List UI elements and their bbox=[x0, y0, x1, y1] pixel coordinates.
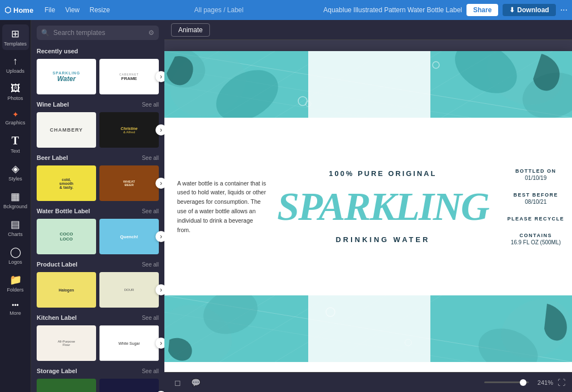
notes-icon[interactable]: 💬 bbox=[189, 376, 202, 389]
graphics-icon: ✦ bbox=[12, 110, 19, 119]
storage-label-see-all[interactable]: See all bbox=[142, 368, 159, 374]
sidebar-item-folders[interactable]: 📁 Folders bbox=[2, 270, 29, 296]
uploads-label: Uploads bbox=[6, 68, 24, 74]
drinking-water-text: DRINKING WATER bbox=[335, 235, 430, 244]
bottled-on-item: BOTTLED ON 01/10/19 bbox=[500, 168, 572, 181]
storage-label-header: Storage Label See all bbox=[31, 363, 164, 376]
carousel-next-beer[interactable]: › bbox=[155, 178, 164, 189]
kitchen-label-header: Kitchen Label See all bbox=[31, 310, 164, 323]
label-bottom-banner bbox=[164, 295, 572, 362]
zoom-thumb[interactable] bbox=[520, 379, 526, 386]
folders-label: Folders bbox=[7, 287, 23, 293]
svg-rect-20 bbox=[308, 51, 430, 118]
icon-sidebar: ⊞ Templates ↑ Uploads 🖼 Photos ✦ Graphic… bbox=[0, 20, 31, 392]
template-thumb-sparkling[interactable]: SPARKLING Water bbox=[37, 59, 96, 94]
svg-rect-35 bbox=[308, 295, 430, 362]
carousel-next-recently-used[interactable]: › bbox=[155, 71, 164, 82]
download-button[interactable]: ⬇ Download bbox=[503, 4, 555, 16]
carousel-next-water[interactable]: › bbox=[155, 231, 164, 242]
best-before-item: BEST BEFORE 08/10/21 bbox=[500, 192, 572, 205]
sidebar-item-photos[interactable]: 🖼 Photos bbox=[2, 79, 29, 104]
home-icon: ⬡ bbox=[4, 6, 11, 14]
charts-icon: ▤ bbox=[11, 218, 20, 230]
sidebar-item-uploads[interactable]: ↑ Uploads bbox=[2, 52, 29, 77]
template-thumb-wheat[interactable]: WHEATBEER bbox=[99, 165, 159, 201]
search-input-wrap: 🔍 ⚙ bbox=[37, 26, 159, 40]
template-thumb-folders[interactable]: Folders bbox=[37, 379, 96, 392]
bottom-banner-svg bbox=[164, 295, 572, 362]
template-thumb-sweaters[interactable]: WoolSweaters bbox=[99, 379, 159, 392]
best-before-value: 08/10/21 bbox=[500, 199, 572, 205]
carousel-next-kitchen[interactable]: › bbox=[155, 338, 164, 349]
contains-value: 16.9 FL OZ (500ML) bbox=[500, 239, 572, 245]
bottled-on-value: 01/10/19 bbox=[500, 175, 572, 181]
beer-label-see-all[interactable]: See all bbox=[142, 155, 159, 161]
sidebar-item-more[interactable]: ••• More bbox=[2, 298, 29, 319]
download-icon: ⬇ bbox=[509, 6, 515, 14]
template-thumb-chambery[interactable]: CHAMBERY bbox=[37, 112, 96, 148]
search-input[interactable] bbox=[37, 26, 159, 40]
sidebar-item-styles[interactable]: ◈ Styles bbox=[2, 159, 29, 185]
canvas-area: Animate ⧉ ↗ bbox=[164, 20, 572, 392]
page-icon[interactable]: ◻ bbox=[171, 376, 184, 389]
share-button[interactable]: Share bbox=[466, 4, 498, 16]
brand-home[interactable]: ⬡ Home bbox=[4, 6, 33, 14]
sidebar-item-logos[interactable]: ◯ Logos bbox=[2, 243, 29, 268]
template-thumb-coco[interactable]: COCOLOCO bbox=[37, 219, 96, 254]
nav-resize[interactable]: Resize bbox=[85, 5, 114, 15]
template-thumb-product2[interactable]: DOUR bbox=[99, 272, 159, 308]
template-thumb-christine[interactable]: Christine & Alfred bbox=[99, 112, 159, 148]
product-label-title: Product Label bbox=[37, 261, 77, 268]
wine-label-header: Wine Label See all bbox=[31, 97, 164, 110]
wine-label-title: Wine Label bbox=[37, 101, 69, 108]
template-thumb-whitesugar[interactable]: White Sugar bbox=[99, 325, 159, 361]
storage-label-title: Storage Label bbox=[37, 368, 77, 374]
water-bottle-label-header: Water Bottle Label See all bbox=[31, 203, 164, 217]
kitchen-label-see-all[interactable]: See all bbox=[142, 315, 159, 321]
styles-icon: ◈ bbox=[12, 163, 19, 175]
animate-button[interactable]: Animate bbox=[171, 23, 210, 37]
canvas-scroll[interactable]: ⧉ ↗ bbox=[164, 40, 572, 372]
charts-label: Charts bbox=[8, 232, 23, 237]
bottled-on-heading: BOTTLED ON bbox=[500, 168, 572, 174]
water-bottle-label-title: Water Bottle Label bbox=[37, 208, 90, 214]
download-label: Download bbox=[517, 6, 549, 14]
wine-label-grid: CHAMBERY Christine & Alfred › bbox=[31, 110, 164, 150]
more-icon: ••• bbox=[12, 301, 19, 309]
templates-panel: 🔍 ⚙ Recently used SPARKLING Water CABERN… bbox=[31, 20, 164, 392]
template-thumb-quench[interactable]: Quench! bbox=[99, 219, 159, 254]
more-options-button[interactable]: ··· bbox=[560, 5, 568, 15]
template-thumb-halogen[interactable]: Halogen bbox=[37, 272, 96, 308]
zoom-slider[interactable] bbox=[484, 381, 529, 383]
product-label-grid: Halogen DOUR › bbox=[31, 270, 164, 310]
sidebar-item-graphics[interactable]: ✦ Graphics bbox=[2, 107, 29, 129]
product-label-header: Product Label See all bbox=[31, 257, 164, 270]
pure-original-text: 100% PURE ORIGINAL bbox=[329, 169, 436, 178]
sidebar-item-text[interactable]: T Text bbox=[2, 131, 29, 157]
search-icon: 🔍 bbox=[41, 29, 49, 37]
water-bottle-label-see-all[interactable]: See all bbox=[142, 208, 159, 214]
recently-used-header: Recently used bbox=[31, 43, 164, 57]
breadcrumb: All pages / Label bbox=[121, 6, 317, 14]
sidebar-item-charts[interactable]: ▤ Charts bbox=[2, 215, 29, 240]
sidebar-item-background[interactable]: ▦ Bckground bbox=[2, 187, 29, 213]
product-label-see-all[interactable]: See all bbox=[142, 262, 159, 268]
sidebar-item-templates[interactable]: ⊞ Templates bbox=[2, 24, 29, 50]
nav-view[interactable]: View bbox=[61, 5, 84, 15]
label-description: A water bottle is a container that is us… bbox=[177, 129, 266, 284]
carousel-next-product[interactable]: › bbox=[155, 284, 164, 295]
beer-label-header: Beer Label See all bbox=[31, 150, 164, 163]
top-banner-svg bbox=[164, 51, 572, 118]
fullscreen-button[interactable]: ⛶ bbox=[558, 378, 565, 387]
water-bottle-label-grid: COCOLOCO Quench! › bbox=[31, 217, 164, 257]
nav-file[interactable]: File bbox=[40, 5, 59, 15]
wine-label-see-all[interactable]: See all bbox=[142, 102, 159, 108]
recently-used-grid: SPARKLING Water CABERNET FRAME › bbox=[31, 57, 164, 97]
more-label: More bbox=[9, 310, 21, 316]
carousel-next-wine[interactable]: › bbox=[155, 124, 164, 135]
filter-icon[interactable]: ⚙ bbox=[148, 29, 154, 37]
template-thumb-beer[interactable]: cold,smooth& tasty. bbox=[37, 165, 96, 201]
template-thumb-allpurpose[interactable]: All-PurposeFlour bbox=[37, 325, 96, 361]
template-thumb-cabernet[interactable]: CABERNET FRAME bbox=[99, 59, 159, 94]
canvas-page: A water bottle is a container that is us… bbox=[164, 51, 572, 372]
